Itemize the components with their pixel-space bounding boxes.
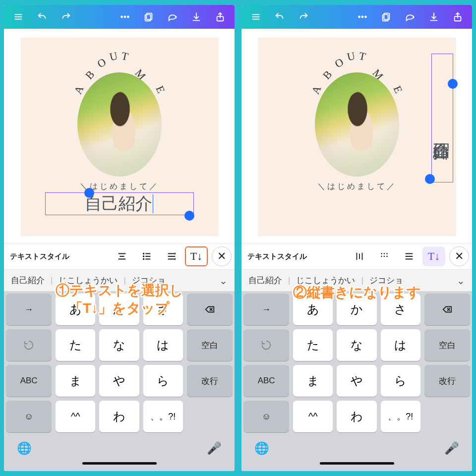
key-abc[interactable]: ABC bbox=[6, 365, 52, 397]
key-emoji[interactable]: ☺ bbox=[243, 401, 289, 432]
selected-text-horizontal[interactable]: 自己紹介 bbox=[45, 192, 194, 215]
share-icon[interactable] bbox=[209, 5, 232, 29]
key-tab[interactable]: → bbox=[6, 294, 52, 325]
suggestion-3[interactable]: ジコショ bbox=[366, 275, 406, 286]
subtitle-text[interactable]: ＼はじめまして／ bbox=[258, 181, 456, 192]
dots-icon[interactable] bbox=[373, 246, 396, 266]
align-icon[interactable] bbox=[111, 246, 133, 266]
svg-point-2 bbox=[127, 16, 129, 18]
arc-heading[interactable]: ABOUTME bbox=[20, 49, 219, 61]
toolbar-label[interactable]: テキストスタイル bbox=[244, 252, 310, 261]
menu-icon[interactable] bbox=[244, 5, 267, 29]
share-icon[interactable] bbox=[446, 5, 469, 29]
more-icon[interactable] bbox=[114, 5, 136, 29]
selected-text-vertical[interactable]: 自己紹介 bbox=[431, 54, 453, 182]
key-sa[interactable]: さ bbox=[381, 294, 420, 325]
key-ra[interactable]: ら bbox=[143, 365, 183, 397]
key-na[interactable]: な bbox=[99, 329, 139, 361]
comment-icon[interactable] bbox=[161, 5, 184, 29]
key-ma[interactable]: ま bbox=[293, 365, 333, 397]
key-ha[interactable]: は bbox=[381, 329, 420, 361]
key-caret[interactable]: ^^ bbox=[56, 401, 95, 432]
key-emoji[interactable]: ☺ bbox=[6, 401, 52, 432]
comment-icon[interactable] bbox=[399, 5, 421, 29]
keyboard-bottom-row: 🌐 🎤 bbox=[241, 434, 472, 462]
mic-icon[interactable]: 🎤 bbox=[444, 441, 459, 455]
vertical-text-button[interactable]: T↓ bbox=[422, 246, 445, 266]
suggestion-3[interactable]: ジコショ bbox=[129, 275, 169, 286]
globe-icon[interactable]: 🌐 bbox=[254, 441, 269, 455]
profile-photo[interactable] bbox=[77, 72, 162, 177]
align-vertical-icon[interactable] bbox=[348, 246, 371, 266]
key-ka[interactable]: か bbox=[99, 294, 139, 325]
toolbar-label[interactable]: テキストスタイル bbox=[7, 252, 72, 261]
subtitle-text[interactable]: ＼はじめまして／ bbox=[20, 181, 219, 192]
key-return[interactable]: 改行 bbox=[187, 365, 233, 397]
key-backspace[interactable] bbox=[424, 294, 470, 325]
more-icon[interactable] bbox=[351, 5, 374, 29]
design-canvas[interactable]: ABOUTME ＼はじめまして／ 自己紹介 bbox=[20, 38, 219, 236]
undo-icon[interactable] bbox=[31, 5, 54, 29]
selection-handle-end[interactable] bbox=[184, 211, 194, 221]
download-icon[interactable] bbox=[422, 5, 445, 29]
suggestion-1[interactable]: 自己紹介 bbox=[8, 275, 48, 286]
selection-handle-start[interactable] bbox=[448, 79, 458, 89]
key-ka[interactable]: か bbox=[337, 294, 376, 325]
close-toolbar-button[interactable]: ✕ bbox=[212, 246, 232, 266]
download-icon[interactable] bbox=[185, 5, 208, 29]
key-ha[interactable]: は bbox=[143, 329, 183, 361]
key-ya[interactable]: や bbox=[337, 365, 376, 397]
globe-icon[interactable]: 🌐 bbox=[17, 441, 32, 455]
key-space[interactable]: 空白 bbox=[424, 329, 470, 361]
suggestion-2[interactable]: じこしょうかい bbox=[293, 275, 358, 286]
suggestions-expand-icon[interactable]: ⌄ bbox=[216, 275, 231, 287]
text-toolbar: テキストスタイル T↓ ✕ bbox=[4, 243, 235, 270]
redo-icon[interactable] bbox=[55, 5, 77, 29]
key-a[interactable]: あ bbox=[56, 294, 95, 325]
key-ya[interactable]: や bbox=[99, 365, 139, 397]
suggestion-2[interactable]: じこしょうかい bbox=[56, 275, 120, 286]
mic-icon[interactable]: 🎤 bbox=[207, 441, 222, 455]
pages-icon[interactable] bbox=[375, 5, 398, 29]
selection-handle-start[interactable] bbox=[84, 188, 94, 198]
key-space[interactable]: 空白 bbox=[187, 329, 233, 361]
key-undo[interactable] bbox=[6, 329, 52, 361]
list-icon[interactable] bbox=[135, 246, 158, 266]
key-sa[interactable]: さ bbox=[143, 294, 183, 325]
profile-photo[interactable] bbox=[315, 72, 399, 177]
key-punct[interactable]: 、。?! bbox=[143, 401, 183, 432]
key-tab[interactable]: → bbox=[243, 294, 289, 325]
undo-icon[interactable] bbox=[268, 5, 291, 29]
menu-icon[interactable] bbox=[7, 5, 30, 29]
redo-icon[interactable] bbox=[292, 5, 315, 29]
line-spacing-icon[interactable] bbox=[160, 246, 183, 266]
key-punct[interactable]: 、。?! bbox=[381, 401, 420, 432]
key-ma[interactable]: ま bbox=[56, 365, 95, 397]
key-na[interactable]: な bbox=[337, 329, 376, 361]
pages-icon[interactable] bbox=[137, 5, 160, 29]
design-canvas[interactable]: ABOUTME ＼はじめまして／ 自己紹介 bbox=[258, 38, 456, 236]
ime-suggestions[interactable]: 自己紹介| じこしょうかい| ジコショ ⌄ bbox=[241, 270, 472, 292]
key-a[interactable]: あ bbox=[293, 294, 333, 325]
key-wa[interactable]: わ bbox=[99, 401, 139, 432]
key-caret[interactable]: ^^ bbox=[293, 401, 333, 432]
key-backspace[interactable] bbox=[187, 294, 233, 325]
key-return[interactable]: 改行 bbox=[424, 365, 470, 397]
key-undo[interactable] bbox=[243, 329, 289, 361]
key-abc[interactable]: ABC bbox=[243, 365, 289, 397]
key-ta[interactable]: た bbox=[293, 329, 333, 361]
svg-point-9 bbox=[358, 16, 360, 18]
ime-suggestions[interactable]: 自己紹介| じこしょうかい| ジコショ ⌄ bbox=[4, 270, 235, 292]
canvas-area[interactable]: ABOUTME ＼はじめまして／ 自己紹介 bbox=[241, 29, 472, 243]
selection-handle-end[interactable] bbox=[425, 174, 435, 184]
canvas-area[interactable]: ABOUTME ＼はじめまして／ 自己紹介 bbox=[4, 29, 235, 243]
key-ta[interactable]: た bbox=[56, 329, 95, 361]
close-toolbar-button[interactable]: ✕ bbox=[449, 246, 469, 266]
key-ra[interactable]: ら bbox=[381, 365, 420, 397]
suggestion-1[interactable]: 自己紹介 bbox=[245, 275, 285, 286]
vertical-text-button[interactable]: T↓ bbox=[185, 246, 208, 266]
suggestions-expand-icon[interactable]: ⌄ bbox=[454, 275, 468, 287]
arc-heading[interactable]: ABOUTME bbox=[258, 49, 456, 61]
key-wa[interactable]: わ bbox=[337, 401, 376, 432]
line-spacing-icon[interactable] bbox=[398, 246, 420, 266]
